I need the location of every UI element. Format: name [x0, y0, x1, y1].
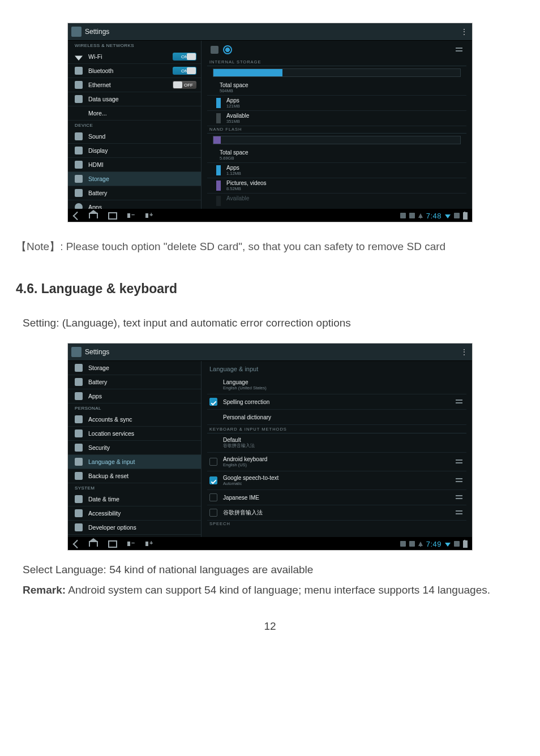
sliders-icon[interactable]: [455, 46, 463, 54]
sidebar-item-backup[interactable]: Backup & reset: [68, 469, 201, 483]
sidebar-item-security[interactable]: Security: [68, 441, 201, 455]
default-ime-row[interactable]: Default 谷歌拼音输入法: [207, 433, 466, 453]
clock-icon: [75, 495, 83, 503]
sidebar-item-accounts[interactable]: Accounts & sync: [68, 413, 201, 427]
sidebar-item-wifi[interactable]: Wi-Fi ON: [68, 50, 201, 64]
section-heading-46: 4.6. Language & keyboard: [0, 281, 540, 297]
sliders-icon[interactable]: [455, 476, 463, 484]
checkbox-icon[interactable]: [209, 476, 217, 484]
datausage-icon: [75, 95, 83, 103]
settings-sidebar: WIRELESS & NETWORKS Wi-Fi ON Bluetooth O…: [68, 41, 202, 209]
recent-apps-icon[interactable]: [108, 540, 117, 548]
note-text: 【Note】: Please touch option "delete SD c…: [0, 239, 540, 254]
volume-down-icon[interactable]: [127, 540, 135, 548]
sidebar-item-apps[interactable]: Apps: [68, 389, 201, 403]
pencil-icon[interactable]: [211, 46, 218, 54]
overflow-menu-icon[interactable]: ⋮: [460, 347, 469, 356]
sidebar-item-location[interactable]: Location services: [68, 427, 201, 441]
sliders-icon[interactable]: [455, 458, 463, 466]
storage-pane: INTERNAL STORAGE Total space 504MB Apps …: [202, 41, 472, 209]
home-icon[interactable]: [89, 213, 98, 218]
storage-icon: [75, 364, 83, 372]
volume-up-icon[interactable]: [145, 212, 153, 220]
checkbox-icon[interactable]: [209, 493, 217, 501]
sidebar-item-battery[interactable]: Battery: [68, 186, 201, 200]
speech-header: SPEECH: [207, 521, 466, 527]
sliders-icon[interactable]: [455, 398, 463, 406]
sliders-icon[interactable]: [455, 509, 463, 517]
sidebar-item-display[interactable]: Display: [68, 144, 201, 158]
clock: 7:49: [426, 540, 442, 548]
sidebar-item-storage[interactable]: Storage: [68, 361, 201, 375]
status-area[interactable]: 7:48: [400, 212, 468, 220]
nand-storage-bar-fill: [213, 136, 221, 144]
back-icon[interactable]: [73, 211, 82, 220]
sidebar-item-label: Date & time: [88, 496, 119, 502]
japanese-ime-row[interactable]: Japanese IME: [207, 490, 466, 505]
status-icon: [454, 541, 460, 547]
storage-row-available[interactable]: Available 351MB: [207, 111, 466, 126]
home-icon[interactable]: [89, 541, 98, 547]
google-speech-to-text-row[interactable]: Google speech-to-text Automatic: [207, 471, 466, 490]
nand-row-total[interactable]: Total space 5.69GB: [207, 148, 466, 163]
sidebar-item-more[interactable]: More...: [68, 106, 201, 121]
sidebar-item-developer[interactable]: Developer options: [68, 521, 201, 535]
internal-storage-bar-fill: [213, 69, 282, 76]
sidebar-item-accessibility[interactable]: Accessibility: [68, 506, 201, 521]
volume-down-icon[interactable]: [127, 212, 135, 220]
app-header: Settings ⋮: [68, 23, 472, 41]
sidebar-item-battery[interactable]: Battery: [68, 375, 201, 389]
nand-row-apps[interactable]: Apps 1.12MB: [207, 163, 466, 178]
battery-status-icon: [463, 212, 468, 220]
sidebar-item-storage[interactable]: Storage: [68, 172, 201, 186]
spelling-correction-row[interactable]: Spelling correction: [207, 394, 466, 410]
sidebar-item-sound[interactable]: Sound: [68, 130, 201, 144]
checkbox-icon[interactable]: [209, 398, 217, 406]
wifi-toggle[interactable]: ON: [173, 53, 196, 61]
sidebar-item-datausage[interactable]: Data usage: [68, 92, 201, 106]
checkbox-icon[interactable]: [209, 509, 217, 517]
status-area[interactable]: 7:49: [400, 540, 468, 548]
checkbox-icon[interactable]: [209, 458, 217, 466]
sidebar-item-about[interactable]: About tablet: [68, 535, 201, 537]
nand-row-available[interactable]: Available: [207, 194, 466, 208]
nand-storage-bar: [213, 136, 461, 144]
sync-icon: [75, 415, 83, 423]
pane-title: Language & input: [207, 361, 466, 376]
keyboard-input-methods-header: KEYBOARD & INPUT METHODS: [207, 426, 466, 433]
backup-icon: [75, 472, 83, 480]
sidebar-item-ethernet[interactable]: Ethernet OFF: [68, 78, 201, 92]
sidebar-item-apps[interactable]: Apps: [68, 200, 201, 209]
storage-row-apps[interactable]: Apps 121MB: [207, 96, 466, 111]
android-keyboard-row[interactable]: Android keyboard English (US): [207, 453, 466, 471]
google-pinyin-row[interactable]: 谷歌拼音输入法: [207, 505, 466, 521]
sidebar-item-label: Battery: [88, 379, 107, 385]
language-row[interactable]: Language English (United States): [207, 376, 466, 394]
recent-apps-icon[interactable]: [108, 212, 117, 220]
hdmi-icon: [75, 161, 83, 169]
volume-up-icon[interactable]: [145, 540, 153, 548]
ethernet-toggle[interactable]: OFF: [173, 81, 196, 89]
category-device: DEVICE: [68, 121, 201, 130]
bluetooth-toggle[interactable]: ON: [173, 67, 196, 75]
app-header: Settings ⋮: [68, 343, 472, 361]
nand-row-pictures[interactable]: Pictures, videos 8.52MB: [207, 178, 466, 194]
settings-app-icon: [71, 27, 82, 37]
sliders-icon[interactable]: [455, 493, 463, 501]
back-icon[interactable]: [73, 539, 82, 548]
sidebar-item-language-input[interactable]: Language & input: [68, 455, 201, 469]
sidebar-item-label: Language & input: [88, 458, 135, 465]
radio-icon[interactable]: [223, 45, 232, 54]
personal-dictionary-row[interactable]: Personal dictionary: [207, 410, 466, 425]
page-number: 12: [0, 620, 540, 633]
lock-icon: [75, 444, 83, 452]
overflow-menu-icon[interactable]: ⋮: [460, 27, 469, 36]
upload-icon: [418, 213, 423, 218]
sidebar-item-label: More...: [88, 110, 107, 117]
sidebar-item-bluetooth[interactable]: Bluetooth ON: [68, 64, 201, 78]
storage-row-total[interactable]: Total space 504MB: [207, 80, 466, 96]
sidebar-item-hdmi[interactable]: HDMI: [68, 158, 201, 172]
sidebar-item-datetime[interactable]: Date & time: [68, 492, 201, 506]
remark-label: Remark:: [23, 584, 66, 596]
sidebar-item-label: Battery: [88, 190, 107, 196]
